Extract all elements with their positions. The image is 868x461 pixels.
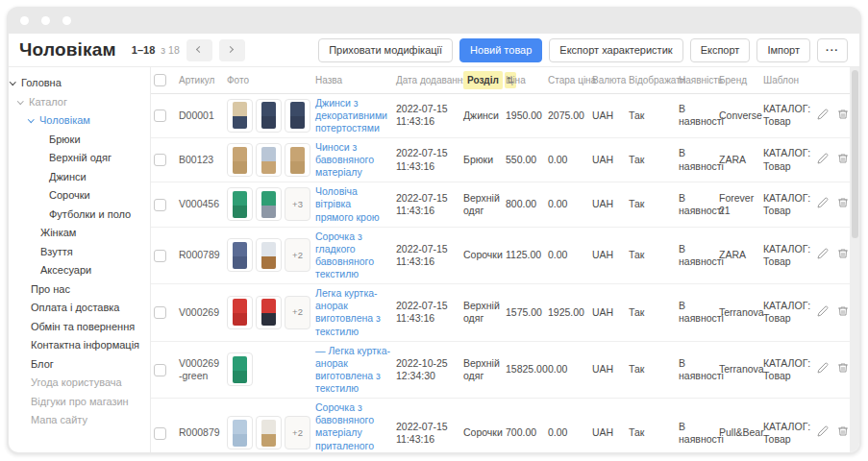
table-row: D00001Джинси з декоративними потертостям… xyxy=(151,93,850,137)
sidebar-item-verkhnii-odiah[interactable]: Верхній одяг xyxy=(9,149,150,168)
column-header-brand[interactable]: Бренд xyxy=(716,67,760,93)
row-checkbox[interactable] xyxy=(154,154,166,166)
actions-header-cell xyxy=(812,67,850,93)
product-photo[interactable] xyxy=(256,187,282,221)
more-photos-badge[interactable]: +2 xyxy=(285,296,310,329)
new-product-button[interactable]: Новий товар xyxy=(459,38,542,62)
delete-button[interactable] xyxy=(835,303,851,322)
scrollbar-thumb[interactable] xyxy=(852,70,858,238)
column-header-article[interactable]: Артикул xyxy=(176,67,224,93)
row-checkbox[interactable] xyxy=(154,427,166,440)
column-header-name[interactable]: Назва xyxy=(312,67,393,93)
edit-button[interactable] xyxy=(815,246,831,264)
column-header-currency[interactable]: Валюта xyxy=(589,67,626,93)
product-photo[interactable] xyxy=(256,296,282,329)
sidebar-item-zhinkam[interactable]: Жінкам xyxy=(9,224,150,243)
trash-icon xyxy=(837,109,849,120)
sidebar-item-mapa-saitu[interactable]: Мапа сайту xyxy=(9,411,150,430)
column-header-date[interactable]: Дата додавання xyxy=(393,67,460,93)
edit-button[interactable] xyxy=(815,303,831,322)
currency-cell: UAH xyxy=(589,399,626,452)
edit-button[interactable] xyxy=(815,195,831,213)
export-characteristics-button[interactable]: Експорт характеристик xyxy=(549,38,682,62)
product-photo[interactable] xyxy=(285,99,310,133)
delete-button[interactable] xyxy=(835,151,851,169)
product-photo[interactable] xyxy=(227,99,253,133)
window-minimize-icon[interactable] xyxy=(41,16,50,25)
next-page-button[interactable] xyxy=(219,39,245,61)
product-photo[interactable] xyxy=(256,238,282,272)
delete-button[interactable] xyxy=(835,360,851,378)
row-checkbox[interactable] xyxy=(154,364,166,376)
garment-image xyxy=(233,356,247,383)
more-photos-badge[interactable]: +3 xyxy=(285,187,310,221)
product-photo[interactable] xyxy=(227,416,253,449)
product-name-link[interactable]: Джинси з декоративними потертостями xyxy=(315,97,387,133)
product-photo[interactable] xyxy=(227,238,253,272)
row-checkbox[interactable] xyxy=(154,199,166,211)
vertical-scrollbar[interactable] xyxy=(850,67,859,452)
product-photo[interactable] xyxy=(256,416,282,449)
column-header-old_price[interactable]: Стара ціна xyxy=(545,67,589,93)
window-close-icon[interactable] xyxy=(20,16,29,25)
window-maximize-icon[interactable] xyxy=(62,16,71,25)
product-photo[interactable] xyxy=(285,143,310,177)
column-header-photo[interactable]: Фото xyxy=(224,67,312,93)
product-photo[interactable] xyxy=(256,99,282,133)
sidebar-item-vzuttia[interactable]: Взуття xyxy=(9,243,150,262)
product-name-link[interactable]: Чоловіча вітрівка прямого крою xyxy=(315,185,380,222)
more-button[interactable]: ··· xyxy=(817,38,848,62)
sidebar-item-holovna[interactable]: Головна xyxy=(9,74,150,93)
more-photos-badge[interactable]: +2 xyxy=(285,416,310,449)
column-header-availability[interactable]: Наявність xyxy=(676,67,716,93)
product-photo[interactable] xyxy=(227,187,253,221)
sidebar-item-briuky[interactable]: Брюки xyxy=(9,131,150,150)
sidebar-item-aksesuary[interactable]: Аксесуари xyxy=(9,261,150,280)
sidebar-item-label: Взуття xyxy=(40,246,73,257)
edit-button[interactable] xyxy=(815,151,831,169)
product-name-link[interactable]: Чиноси з бавовняного матеріалу xyxy=(315,141,374,178)
delete-button[interactable] xyxy=(835,246,851,264)
sidebar-item-uhoda-korystuvacha[interactable]: Угода користувача xyxy=(9,374,150,393)
delete-button[interactable] xyxy=(835,424,851,442)
column-header-template[interactable]: Шаблон xyxy=(760,67,812,93)
row-checkbox[interactable] xyxy=(154,109,166,122)
product-photo[interactable] xyxy=(227,143,253,177)
prev-page-button[interactable] xyxy=(186,39,212,61)
more-photos-badge[interactable]: +2 xyxy=(285,238,310,272)
sidebar-item-vidhuky-pro-mahazyn[interactable]: Відгуки про магазин xyxy=(9,393,150,412)
edit-button[interactable] xyxy=(815,360,831,378)
row-checkbox[interactable] xyxy=(154,250,166,262)
import-button[interactable]: Імпорт xyxy=(756,38,810,62)
product-photo[interactable] xyxy=(256,143,282,177)
sidebar-item-cholovikam[interactable]: Чоловікам xyxy=(9,111,150,131)
sidebar-item-dzhynsy[interactable]: Джинси xyxy=(9,168,150,187)
column-header-display[interactable]: Відображати xyxy=(626,67,676,93)
hide-modifications-button[interactable]: Приховати модифікації xyxy=(318,38,453,62)
sidebar-item-oplata-i-dostavka[interactable]: Оплата і доставка xyxy=(9,299,150,318)
product-name-link[interactable]: Сорочка з гладкого бавовняного текстилю xyxy=(315,230,374,279)
edit-button[interactable] xyxy=(815,424,831,442)
delete-button[interactable] xyxy=(835,195,851,213)
sidebar-item-pro-nas[interactable]: Про нас xyxy=(9,280,150,300)
sidebar-item-bloh[interactable]: Блог xyxy=(9,355,150,375)
date-value: 2022-10-25 xyxy=(396,357,458,370)
sidebar-item-sorochky[interactable]: Сорочки xyxy=(9,186,150,206)
edit-button[interactable] xyxy=(815,107,831,125)
row-actions xyxy=(812,93,850,137)
delete-button[interactable] xyxy=(835,107,851,125)
sidebar-item-kataloh[interactable]: Каталог xyxy=(9,93,150,112)
product-photo[interactable] xyxy=(227,296,253,329)
product-name-link[interactable]: Сорочка з бавовняного матеріалу притален… xyxy=(315,401,374,452)
product-name-link[interactable]: — Легка куртка-анорак виготовлена з текс… xyxy=(315,345,390,394)
export-button[interactable]: Експорт xyxy=(690,38,751,62)
row-checkbox[interactable] xyxy=(154,306,166,319)
row-actions xyxy=(812,137,850,182)
sidebar-item-kontaktna-informatsiia[interactable]: Контактна інформація xyxy=(9,336,150,355)
sidebar-item-futbolky-y-polo[interactable]: Футболки и поло xyxy=(9,206,150,225)
product-photo[interactable] xyxy=(227,352,253,386)
select-all-checkbox[interactable] xyxy=(154,74,166,86)
column-header-section[interactable]: Розділ⇅ xyxy=(460,67,503,93)
product-name-link[interactable]: Легка куртка-анорак виготовлена з тексти… xyxy=(315,287,381,336)
sidebar-item-obmin-ta-povernennia[interactable]: Обмін та повернення xyxy=(9,318,150,337)
